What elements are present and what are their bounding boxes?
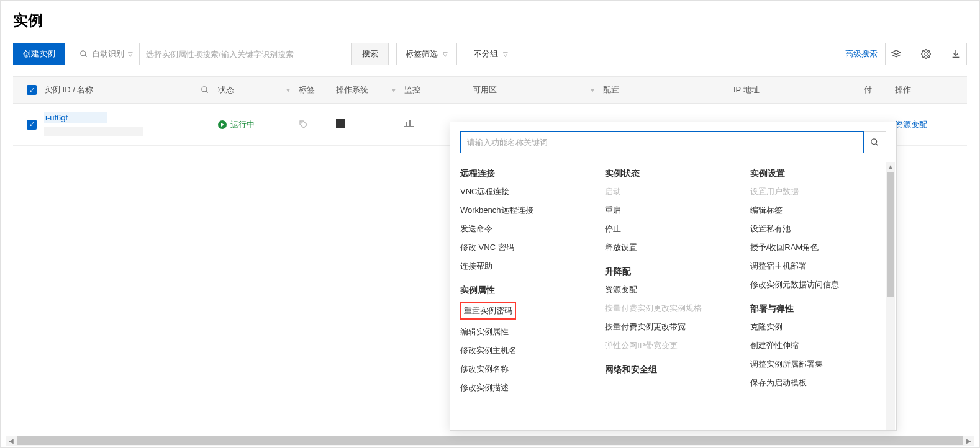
svg-point-3 xyxy=(925,53,927,55)
search-group: 自动识别 ▽ 搜索 xyxy=(73,43,389,65)
filter-icon[interactable]: ▾ xyxy=(392,86,396,94)
menu-item[interactable]: Workbench远程连接 xyxy=(460,204,596,217)
scroll-thumb[interactable] xyxy=(887,172,894,297)
menu-item: 设置用户数据 xyxy=(750,186,886,198)
chevron-down-icon: ▽ xyxy=(443,51,448,58)
page-title: 实例 xyxy=(13,11,967,30)
menu-item[interactable]: 调整实例所属部署集 xyxy=(750,358,886,370)
menu-item: 按量付费实例更改实例规格 xyxy=(605,302,741,315)
running-icon xyxy=(218,120,227,129)
col-ops: 操作 xyxy=(895,84,911,96)
group-button[interactable]: 不分组 ▽ xyxy=(465,43,517,65)
tag-filter-button[interactable]: 标签筛选 ▽ xyxy=(396,43,457,65)
scroll-thumb[interactable] xyxy=(17,436,963,445)
col-monitor: 监控 xyxy=(404,84,420,96)
search-icon xyxy=(79,50,88,58)
menu-item[interactable]: 连接帮助 xyxy=(460,260,596,272)
menu-item[interactable]: 按量付费实例更改带宽 xyxy=(605,321,741,333)
toolbar: 创建实例 自动识别 ▽ 搜索 标签筛选 ▽ 不分组 ▽ 高级搜索 xyxy=(13,43,967,65)
menu-item[interactable]: 修改实例描述 xyxy=(460,382,596,394)
menu-item[interactable]: 授予/收回RAM角色 xyxy=(750,241,886,254)
row-checkbox[interactable]: ✓ xyxy=(27,120,37,130)
view-mode-button[interactable] xyxy=(885,43,907,65)
svg-point-8 xyxy=(871,138,877,144)
create-instance-button[interactable]: 创建实例 xyxy=(13,43,65,65)
menu-item: 启动 xyxy=(605,186,741,198)
tag-icon[interactable] xyxy=(299,120,309,130)
settings-button[interactable] xyxy=(915,43,937,65)
filter-icon[interactable]: ▾ xyxy=(591,86,594,94)
menu-item[interactable]: 编辑实例属性 xyxy=(460,326,596,338)
menu-item[interactable]: 修改实例名称 xyxy=(460,363,596,375)
svg-point-7 xyxy=(301,122,302,123)
select-all-checkbox[interactable]: ✓ xyxy=(27,85,37,95)
menu-item[interactable]: 资源变配 xyxy=(605,284,741,296)
menu-item[interactable]: 保存为启动模板 xyxy=(750,377,886,389)
menu-item[interactable]: 释放设置 xyxy=(605,241,741,254)
row-action-link[interactable]: 资源变配 xyxy=(895,120,927,129)
menu-item[interactable]: 调整宿主机部署 xyxy=(750,260,886,272)
col-status: 状态 xyxy=(218,84,234,96)
vertical-scrollbar[interactable]: ▲ xyxy=(886,162,895,430)
table-header: ✓ 实例 ID / 名称 状态 ▾ 标签 操作系统 ▾ 监控 可用区 ▾ 配置 xyxy=(13,76,967,104)
menu-item[interactable]: 编辑标签 xyxy=(750,204,886,217)
col-os: 操作系统 xyxy=(336,84,368,96)
search-icon xyxy=(870,138,879,147)
col-conf: 配置 xyxy=(603,84,619,96)
svg-marker-2 xyxy=(892,50,900,55)
menu-item[interactable]: 重启 xyxy=(605,204,741,217)
scroll-up-arrow[interactable]: ▲ xyxy=(887,162,894,171)
menu-item[interactable]: 克隆实例 xyxy=(750,321,886,333)
menu-item[interactable]: 发送命令 xyxy=(460,223,596,235)
horizontal-scrollbar[interactable]: ◀ ▶ xyxy=(6,436,974,446)
section-title: 部署与弹性 xyxy=(750,303,886,315)
auto-detect-label: 自动识别 xyxy=(92,48,124,60)
chevron-down-icon: ▽ xyxy=(128,51,133,58)
section-title: 实例状态 xyxy=(605,168,741,179)
popover-search-input[interactable] xyxy=(460,131,864,153)
scroll-right-arrow[interactable]: ▶ xyxy=(964,437,974,444)
download-button[interactable] xyxy=(945,43,967,65)
scroll-left-arrow[interactable]: ◀ xyxy=(6,437,16,444)
status-text: 运行中 xyxy=(230,119,255,130)
advanced-search-link[interactable]: 高级搜索 xyxy=(845,48,878,60)
tag-filter-label: 标签筛选 xyxy=(406,48,438,60)
svg-line-6 xyxy=(206,91,208,93)
section-title: 实例设置 xyxy=(750,168,886,179)
layers-icon xyxy=(891,49,901,59)
gear-icon xyxy=(921,49,931,59)
menu-item[interactable]: 创建弹性伸缩 xyxy=(750,339,886,352)
svg-point-5 xyxy=(202,87,207,92)
svg-line-1 xyxy=(85,55,87,57)
group-label: 不分组 xyxy=(474,48,498,60)
menu-item[interactable]: 设置私有池 xyxy=(750,223,886,235)
section-title: 网络和安全组 xyxy=(605,364,741,375)
menu-item[interactable]: 修改实例元数据访问信息 xyxy=(750,279,886,291)
menu-item[interactable]: VNC远程连接 xyxy=(460,186,596,198)
search-button[interactable]: 搜索 xyxy=(351,43,388,65)
actions-popover: 远程连接VNC远程连接Workbench远程连接发送命令修改 VNC 密码连接帮… xyxy=(450,122,897,431)
menu-item[interactable]: 重置实例密码 xyxy=(460,302,516,320)
search-input[interactable] xyxy=(140,43,351,65)
section-title: 远程连接 xyxy=(460,168,596,179)
menu-item[interactable]: 停止 xyxy=(605,223,741,235)
col-zone: 可用区 xyxy=(473,84,497,96)
popover-search-button[interactable] xyxy=(864,131,886,153)
col-pay: 付 xyxy=(864,84,872,96)
filter-icon[interactable]: ▾ xyxy=(286,86,290,94)
auto-detect-selector[interactable]: 自动识别 ▽ xyxy=(73,43,140,65)
col-id: 实例 ID / 名称 xyxy=(44,84,93,96)
svg-point-0 xyxy=(81,51,86,56)
instance-id-link[interactable]: i-uf6gt xyxy=(45,113,68,122)
svg-line-9 xyxy=(876,143,878,145)
menu-item[interactable]: 修改 VNC 密码 xyxy=(460,241,596,254)
menu-item[interactable]: 修改实例主机名 xyxy=(460,344,596,357)
col-ip: IP 地址 xyxy=(733,84,760,96)
col-tag: 标签 xyxy=(299,84,315,96)
monitor-icon[interactable] xyxy=(404,120,414,127)
chevron-down-icon: ▽ xyxy=(503,51,508,58)
instance-name xyxy=(44,127,143,136)
windows-icon xyxy=(336,119,345,128)
section-title: 升降配 xyxy=(605,266,741,277)
search-icon[interactable] xyxy=(201,86,209,94)
